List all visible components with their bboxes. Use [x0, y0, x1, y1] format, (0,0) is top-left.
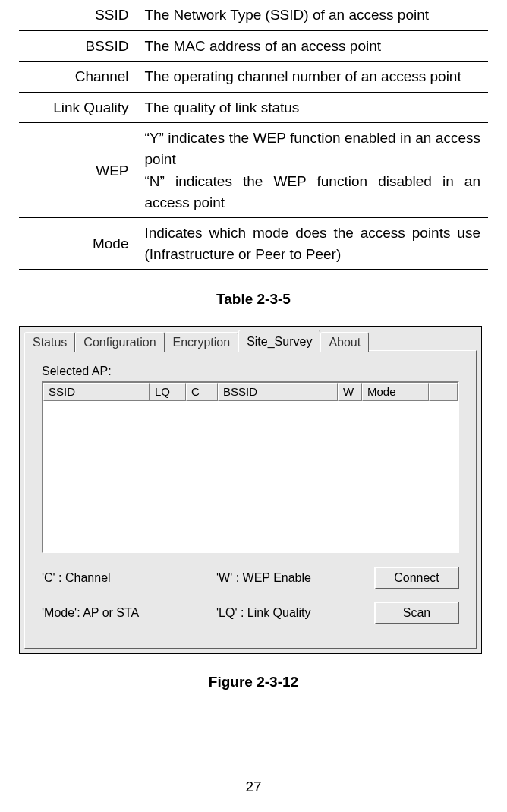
col-header-c[interactable]: C	[186, 383, 218, 401]
page-number: 27	[0, 779, 507, 795]
wep-desc-y: “Y” indicates the WEP function enabled i…	[145, 128, 481, 169]
tab-panel: Selected AP: SSID LQ C BSSID W Mode 'C' …	[24, 350, 477, 649]
table-caption: Table 2-3-5	[19, 291, 488, 308]
wep-desc-n: “N” indicates the WEP function disabled …	[145, 171, 481, 213]
hint-mode: 'Mode': AP or STA	[42, 606, 216, 620]
scan-button[interactable]: Scan	[374, 602, 459, 624]
hint-lq: 'LQ' : Link Quality	[216, 606, 368, 620]
ap-list-header: SSID LQ C BSSID W Mode	[43, 383, 458, 401]
site-survey-dialog: Status Configuration Encryption Site_Sur…	[19, 326, 482, 654]
definition-desc: The operating channel number of an acces…	[137, 62, 488, 93]
tab-encryption[interactable]: Encryption	[165, 332, 239, 352]
ap-listview[interactable]: SSID LQ C BSSID W Mode	[42, 381, 459, 553]
tabstrip: Status Configuration Encryption Site_Sur…	[20, 327, 481, 351]
definition-desc: The Network Type (SSID) of an access poi…	[137, 0, 488, 30]
col-header-ssid[interactable]: SSID	[43, 383, 150, 401]
definition-desc: Indicates which mode does the access poi…	[137, 218, 488, 270]
definition-desc: The MAC address of an access point	[137, 30, 488, 62]
col-header-spacer	[429, 383, 458, 401]
selected-ap-label: Selected AP:	[42, 365, 459, 378]
definition-term: Link Quality	[19, 92, 137, 123]
definition-desc: The quality of link status	[137, 92, 488, 123]
connect-button[interactable]: Connect	[374, 567, 459, 589]
tab-status[interactable]: Status	[24, 332, 75, 352]
col-header-mode[interactable]: Mode	[362, 383, 429, 401]
tab-site-survey[interactable]: Site_Survey	[238, 330, 320, 352]
definition-term: WEP	[19, 123, 137, 218]
col-header-bssid[interactable]: BSSID	[218, 383, 338, 401]
tab-configuration[interactable]: Configuration	[75, 332, 164, 352]
legend-and-buttons: 'C' : Channel 'W' : WEP Enable Connect '…	[42, 567, 459, 624]
hint-c: 'C' : Channel	[42, 571, 216, 585]
figure-caption: Figure 2-3-12	[19, 674, 488, 690]
col-header-w[interactable]: W	[338, 383, 362, 401]
definition-term: BSSID	[19, 30, 137, 62]
definition-term: SSID	[19, 0, 137, 30]
definition-desc: “Y” indicates the WEP function enabled i…	[137, 123, 488, 218]
definitions-table: SSID The Network Type (SSID) of an acces…	[19, 0, 488, 270]
hint-w: 'W' : WEP Enable	[216, 571, 368, 585]
definition-term: Mode	[19, 218, 137, 270]
tab-about[interactable]: About	[320, 332, 369, 352]
col-header-lq[interactable]: LQ	[150, 383, 186, 401]
definition-term: Channel	[19, 62, 137, 93]
